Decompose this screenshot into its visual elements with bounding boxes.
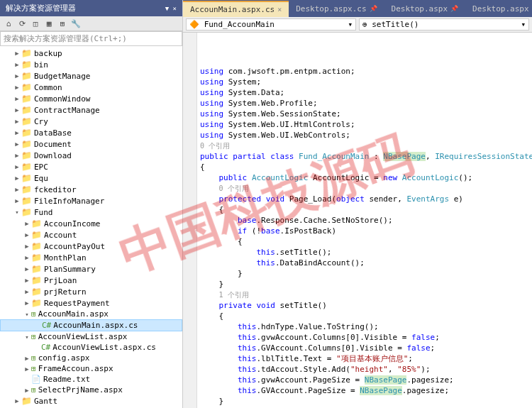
code-line[interactable]: 0 个引用 [200,140,532,151]
tree-item[interactable]: ▾⊞AccounViewList.aspx [0,331,182,342]
code-line[interactable]: 1 个引用 [200,290,532,300]
tree-item[interactable]: C#AccounViewList.aspx.cs [0,342,182,353]
expander-icon[interactable]: ▶ [13,175,21,182]
tree-item[interactable]: 📄Readme.txt [0,374,182,385]
expander-icon[interactable]: ▶ [23,231,31,238]
tree-item[interactable]: ▶📁BudgetManage [0,70,182,82]
pin-icon[interactable]: 📌 [450,5,458,12]
expander-icon[interactable]: ▶ [13,84,21,91]
tree-item[interactable]: ▶📁prjReturn [0,286,182,297]
expander-icon[interactable]: ▶ [23,355,31,362]
tree-item[interactable]: ▶📁Account [0,229,182,241]
code-line[interactable]: base.Response.Cache.SetNoStore(); [200,215,532,226]
code-line[interactable]: protected void Page_Load(object sender, … [200,194,532,204]
expander-icon[interactable]: ▶ [23,265,31,272]
expander-icon[interactable]: ▶ [13,72,21,79]
expander-icon[interactable]: ▶ [13,106,21,114]
tree-item[interactable]: ▶📁MonthPlan [0,252,182,263]
expander-icon[interactable]: ▶ [13,397,21,404]
editor-tab[interactable]: AccounMain.aspx.cs× [183,1,289,17]
code-line[interactable]: if (!base.IsPostBack) [200,226,532,236]
code-line[interactable]: } [200,268,532,279]
code-line[interactable]: } [200,279,532,290]
expander-icon[interactable]: ▶ [13,61,21,68]
close-icon[interactable]: × [277,6,282,13]
tree-item[interactable]: ▶📁PlanSummary [0,263,182,275]
code-line[interactable]: this.GVAccount.PageSize = NBasePage.page… [200,385,532,396]
tree-item[interactable]: C#AccounMain.aspx.cs [0,319,182,331]
collapse-icon[interactable]: ◫ [30,18,41,29]
dropdown-icon[interactable]: ▼ × [165,5,177,12]
tree-item[interactable]: ▶📁Cry [0,116,182,127]
expander-icon[interactable]: ▶ [23,288,31,295]
expander-icon[interactable]: ▶ [13,197,21,204]
code-line[interactable]: private void setTitle() [200,300,532,311]
code-line[interactable]: using System.Web.UI.HtmlControls; [200,119,532,130]
search-input[interactable]: 搜索解决方案资源管理器(Ctrl+;) [0,31,182,46]
code-editor[interactable]: using com.jwsoft.pm.entpm.action;using S… [183,33,532,408]
tree-item[interactable]: ▶⊞config.aspx [0,353,182,363]
expander-icon[interactable]: ▶ [23,254,31,261]
tree-item[interactable]: ▶📁Equ [0,172,182,184]
expander-icon[interactable]: ▶ [13,152,21,159]
expander-icon[interactable]: ▶ [23,299,31,307]
view-icon[interactable]: ▦ [43,18,55,29]
expander-icon[interactable]: ▶ [23,243,31,250]
member-dropdown[interactable]: ⊕ setTitle()▾ [359,18,529,31]
expander-icon[interactable]: ▾ [23,333,31,341]
expander-icon[interactable]: ▾ [23,311,31,318]
tree-item[interactable]: ▶📁Download [0,150,182,161]
tree-item[interactable]: ▶⊞FrameAccoun.aspx [0,363,182,374]
tree-item[interactable]: ▶📁Common [0,82,182,93]
tree-item[interactable]: ▶📁RequestPayment [0,297,182,309]
code-line[interactable]: using System.Web.SessionState; [200,109,532,119]
tree-item[interactable]: ▶📁DataBase [0,127,182,138]
show-all-icon[interactable]: ⊞ [57,18,68,29]
code-line[interactable]: this.lblTitle.Text = "项目基本账户信息"; [200,353,532,364]
expander-icon[interactable]: ▶ [23,277,31,284]
code-line[interactable]: this.DataBindAccount(); [200,258,532,268]
refresh-icon[interactable]: ⟳ [16,18,28,29]
expander-icon[interactable]: ▶ [23,387,31,394]
class-dropdown[interactable]: 🔶 Fund_AccounMain▾ [186,18,356,31]
code-line[interactable]: 0 个引用 [200,183,532,194]
code-line[interactable]: } [200,396,532,407]
code-line[interactable]: using System; [200,77,532,87]
tree-item[interactable]: ▾⊞AccounMain.aspx [0,309,182,319]
editor-tab[interactable]: Desktop.aspx📌 [384,1,465,16]
tree-item[interactable]: ▶📁AccountPayOut [0,241,182,252]
expander-icon[interactable]: ▶ [13,50,21,57]
tree-item[interactable]: ▶📁FileInfoManager [0,195,182,206]
code-line[interactable]: this.hdnType.Value.ToString(); [200,321,532,332]
tree-item[interactable]: ▶📁PrjLoan [0,275,182,286]
code-line[interactable]: { [200,236,532,247]
expander-icon[interactable]: ▶ [23,220,31,227]
pin-icon[interactable]: 📌 [370,5,377,12]
code-line[interactable]: this.GVAccount.Columns[0].Visible = fals… [200,343,532,353]
editor-tab[interactable]: Desktop.aspx📌 [465,1,532,16]
code-line[interactable]: this.gvwAccount.Columns[0].Visible = fal… [200,332,532,343]
tree-item[interactable]: ▶📁bin [0,59,182,70]
expander-icon[interactable]: ▶ [13,163,21,170]
solution-tree[interactable]: ▶📁backup▶📁bin▶📁BudgetManage▶📁Common▶📁Com… [0,46,182,408]
code-line[interactable]: using System.Web.Profile; [200,98,532,109]
tree-item[interactable]: ▶⊞SelectPrjName.aspx [0,385,182,395]
tree-item[interactable]: ▶📁AccounIncome [0,218,182,229]
editor-tab[interactable]: Desktop.aspx.cs📌 [289,1,384,16]
code-line[interactable]: { [200,204,532,215]
expander-icon[interactable]: ▾ [13,209,21,216]
code-line[interactable]: this.gvwAccount.PageSize = NBasePage.pag… [200,375,532,385]
code-line[interactable]: { [200,162,532,172]
tree-item[interactable]: ▾📁Fund [0,206,182,218]
code-line[interactable]: this.setTitle(); [200,247,532,258]
code-line[interactable]: { [200,311,532,321]
code-line[interactable]: this.tdAccout.Style.Add("height", "85%")… [200,364,532,375]
tree-item[interactable]: ▶📁CommonWindow [0,93,182,104]
tree-item[interactable]: ▶📁backup [0,48,182,59]
expander-icon[interactable]: ▶ [13,129,21,136]
tree-item[interactable]: ▶📁EPC [0,161,182,172]
expander-icon[interactable]: ▶ [13,118,21,125]
expander-icon[interactable]: ▶ [13,95,21,102]
tree-item[interactable]: ▶📁ContractManage [0,104,182,116]
expander-icon[interactable]: ▶ [13,186,21,193]
